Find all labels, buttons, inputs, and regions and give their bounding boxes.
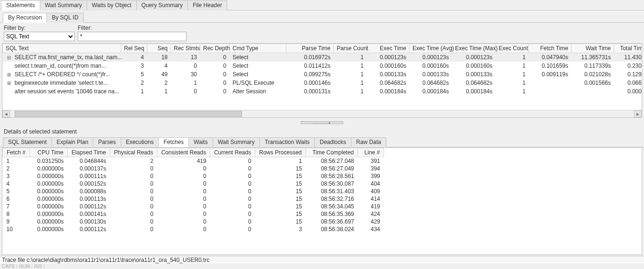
stmt-col-rec-depth[interactable]: Rec Depth — [200, 44, 230, 53]
status-num: NUM — [17, 264, 32, 269]
fetch-row[interactable]: 30.000000s0.000111s0001508:56:28.561399 — [3, 172, 384, 180]
fetch-row[interactable]: 10.031250s0.046844s24190108:56:27.048391 — [3, 157, 384, 165]
detail-tab-explain-plan[interactable]: Explain Plan — [52, 137, 94, 147]
scroll-left-button[interactable]: ◄ — [2, 110, 10, 117]
fetch-row[interactable]: 80.000000s0.000141s0001508:56:35.369424 — [3, 210, 384, 218]
scroll-right-button[interactable]: ► — [634, 110, 642, 117]
fetch-col-physical-reads[interactable]: Physical Reads — [110, 148, 157, 157]
stmt-col-fetch-time[interactable]: Fetch Time — [529, 44, 572, 53]
status-ins: INS — [32, 264, 45, 269]
detail-tab-waits[interactable]: Waits — [188, 137, 213, 147]
expand-icon[interactable]: ⊞ — [6, 72, 12, 77]
detail-tab-wait-summary[interactable]: Wait Summary — [213, 137, 260, 147]
stmt-col-sql-text[interactable]: SQL Text — [3, 44, 121, 53]
stmt-row[interactable]: ⊞ SELECT /*+ ORDERED */ count(*)fr...549… — [3, 70, 643, 79]
main-tabs: StatementsWait SummaryWaits by ObjectQue… — [0, 0, 644, 10]
fetches-grid[interactable]: Fetch #CPU TimeElapsed TimePhysical Read… — [2, 147, 642, 255]
status-indicators: CAPSNUMINS — [0, 264, 644, 269]
subtab-by-sql-id[interactable]: By SQL ID — [46, 13, 83, 23]
detail-tab-fetches[interactable]: Fetches — [158, 137, 189, 147]
stmt-col-rec-stmts[interactable]: Rec Stmts — [171, 44, 200, 53]
stmt-col-cmd-type[interactable]: Cmd Type — [230, 44, 286, 53]
fetch-col-line-[interactable]: Line # — [358, 148, 384, 157]
collapse-icon[interactable]: ⊟ — [6, 55, 12, 60]
splitter[interactable]: ................▲ — [0, 118, 644, 127]
detail-tab-raw-data[interactable]: Raw Data — [351, 137, 386, 147]
tab-statements[interactable]: Statements — [1, 0, 40, 10]
fetch-row[interactable]: 20.000000s0.000137s0001508:56:27.049394 — [3, 165, 384, 172]
tab-waits-by-object[interactable]: Waits by Object — [87, 0, 137, 10]
detail-tab-deadlocks[interactable]: Deadlocks — [314, 137, 351, 147]
fetch-row[interactable]: 100.000000s0.000112s000308:56:38.024434 — [3, 225, 384, 233]
stmt-col-rel-seq[interactable]: Rel Seq — [121, 44, 147, 53]
detail-tab-executions[interactable]: Executions — [121, 137, 159, 147]
stmt-row[interactable]: ⊟ SELECT ma.first_name_tx, ma.last_nam..… — [3, 53, 643, 62]
fetch-col-cpu-time[interactable]: CPU Time — [30, 148, 68, 157]
stmt-col-total-time[interactable]: Total Time▼ — [614, 44, 643, 53]
stmt-col-seq[interactable]: Seq — [147, 44, 171, 53]
filter-input[interactable] — [78, 32, 187, 41]
fetch-row[interactable]: 40.000000s0.000152s0001508:56:30.087404 — [3, 180, 384, 188]
fetch-col-elapsed-time[interactable]: Elapsed Time — [68, 148, 110, 157]
stmt-row[interactable]: ⊞ beginexecute immediate 'select t.te...… — [3, 79, 643, 87]
details-title: Details of selected statement — [0, 127, 644, 136]
fetch-col-fetch-[interactable]: Fetch # — [3, 148, 30, 157]
stmt-col-exec-time[interactable]: Exec Time — [367, 44, 410, 53]
filter-by-label: Filter by: — [4, 25, 75, 31]
fetch-row[interactable]: 90.000000s0.000130s0001508:56:36.697429 — [3, 218, 384, 225]
fetch-col-consistent-reads[interactable]: Consistent Reads — [157, 148, 210, 157]
detail-tab-transaction-waits[interactable]: Transaction Waits — [259, 137, 315, 147]
scroll-thumb[interactable] — [15, 111, 242, 117]
tab-wait-summary[interactable]: Wait Summary — [40, 0, 87, 10]
stmt-row[interactable]: alter session set events '10046 trace na… — [3, 87, 643, 96]
subtab-by-recursion[interactable]: By Recursion — [3, 13, 47, 23]
scroll-track[interactable] — [10, 110, 634, 117]
sub-tabs: By RecursionBy SQL ID — [0, 10, 644, 23]
h-scrollbar[interactable]: ◄ ► — [2, 110, 642, 117]
fetch-col-time-completed[interactable]: Time Completed — [306, 148, 358, 157]
filter-by-select[interactable]: SQL Text — [4, 32, 75, 41]
detail-tab-sql-statement[interactable]: SQL Statement — [3, 137, 52, 147]
stmt-col-exec-time-avg-[interactable]: Exec Time (Avg) — [410, 44, 452, 53]
statements-grid[interactable]: SQL TextRel SeqSeqRec StmtsRec DepthCmd … — [2, 43, 642, 118]
filter-label: Filter: — [78, 25, 187, 31]
tab-query-summary[interactable]: Query Summary — [136, 0, 188, 10]
fetch-row[interactable]: 60.000000s0.000113s0001508:56:32.716414 — [3, 195, 384, 203]
stmt-col-exec-time-max-[interactable]: Exec Time (Max) — [452, 44, 496, 53]
status-text: Trace file c:\oracle\diag\rdbms\ora11r1\… — [2, 257, 209, 263]
stmt-col-exec-count[interactable]: Exec Count — [496, 44, 529, 53]
expand-icon[interactable]: ⊞ — [6, 81, 12, 86]
fetch-col-rows-processed[interactable]: Rows Processed — [255, 148, 306, 157]
stmt-col-parse-time[interactable]: Parse Time — [286, 44, 334, 53]
fetch-row[interactable]: 70.000000s0.000112s0001508:56:34.045419 — [3, 203, 384, 210]
fetch-col-current-reads[interactable]: Current Reads — [210, 148, 255, 157]
status-caps: CAPS — [0, 264, 17, 269]
status-bar: Trace file c:\oracle\diag\rdbms\ora11r1\… — [0, 256, 644, 264]
stmt-row[interactable]: select t.team_id, count(*)from man...340… — [3, 62, 643, 70]
detail-tab-parses[interactable]: Parses — [93, 137, 121, 147]
filter-row: Filter by: SQL Text Filter: — [0, 23, 644, 42]
stmt-col-parse-count[interactable]: Parse Count — [334, 44, 367, 53]
detail-tabs: SQL StatementExplain PlanParsesExecution… — [0, 136, 644, 147]
tab-file-header[interactable]: File Header — [188, 0, 227, 10]
stmt-col-wait-time[interactable]: Wait Time — [572, 44, 614, 53]
fetch-row[interactable]: 50.000000s0.000088s0001508:56:31.403409 — [3, 188, 384, 195]
